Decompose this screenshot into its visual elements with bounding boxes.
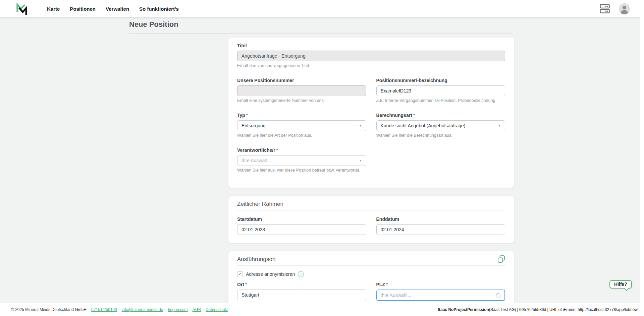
footer: © 2025 Mineral Minds Deutschland GmbH · …: [0, 303, 644, 316]
nav-item-positionen[interactable]: Positionen: [70, 6, 96, 12]
page-content: Neue Position Titel Erhält den von uns v…: [0, 17, 644, 303]
copyright-text: © 2025 Mineral Minds Deutschland GmbH: [11, 307, 87, 312]
verantwortliche-select[interactable]: Ihre Auswahl... ▼: [237, 155, 366, 166]
separator: ·: [119, 307, 120, 312]
zeitlicher-rahmen-heading: Zeitlicher Rahmen: [237, 201, 505, 207]
mm-monogram-icon: [15, 3, 28, 15]
unsere-positionsnummer-input[interactable]: [237, 85, 366, 96]
loading-spinner-icon: [496, 293, 501, 298]
footer-link-agb[interactable]: AGB: [193, 307, 201, 312]
field-positionsnummer: Positionsnummer/-bezeichnung Z.B. Intern…: [376, 78, 505, 103]
copy-icon[interactable]: [497, 255, 506, 264]
verantwortliche-help: Wählen Sie hier aus, wer diese Position …: [237, 168, 366, 173]
berechnungsart-label: Berechnungsart*: [376, 113, 505, 118]
person-icon: [619, 3, 630, 14]
anonymize-checkbox[interactable]: ✓: [237, 271, 243, 277]
titel-help: Erhält den von uns vorgegebenen Titel.: [237, 63, 505, 68]
startdatum-input[interactable]: [237, 224, 366, 235]
tenant-name: Saas NoProjectPermission: [438, 307, 489, 312]
field-berechnungsart: Berechnungsart* Kunde sucht Angebot (Ang…: [376, 113, 505, 138]
page-title: Neue Position: [129, 20, 178, 29]
berechnungsart-select-value: Kunde sucht Angebot (Angebotsanfrage): [381, 123, 466, 128]
berechnungsart-help: Wählen Sie hier die Berechnungsart aus.: [376, 133, 505, 138]
field-plz: PLZ*: [376, 282, 505, 301]
enddatum-label: Enddatum: [376, 216, 505, 222]
chevron-down-icon: ▼: [359, 124, 362, 127]
nav-item-karte[interactable]: Karte: [47, 6, 60, 12]
ort-label: Ort*: [237, 282, 366, 287]
server-stack-icon[interactable]: [600, 4, 610, 13]
separator: ·: [203, 307, 204, 312]
plz-label: PLZ*: [376, 282, 505, 287]
anonymize-row: ✓ Adresse anonymisieren i: [237, 271, 505, 277]
user-avatar[interactable]: [619, 3, 630, 14]
card-divider: [237, 265, 505, 266]
typ-select-value: Entsorgung: [241, 123, 266, 128]
typ-help: Wählen Sie hier die Art der Position aus…: [237, 133, 366, 138]
titel-label: Titel: [237, 43, 505, 48]
field-ort: Ort*: [237, 282, 366, 301]
berechnungsart-label-text: Berechnungsart: [376, 113, 412, 118]
environment-details: (Saas Test AG) | 69576255536d | URL of i…: [489, 307, 638, 312]
card-zeitlicher-rahmen: Zeitlicher Rahmen Startdatum Enddatum: [228, 196, 514, 243]
scrollbar-track[interactable]: [640, 17, 644, 303]
chevron-down-icon: ▼: [498, 124, 501, 127]
info-letter: i: [301, 272, 302, 276]
required-asterisk: *: [413, 113, 415, 118]
plz-label-text: PLZ: [376, 282, 385, 287]
verantwortliche-label: Verantwortliche/r*: [237, 147, 366, 153]
plz-select-focused[interactable]: [376, 290, 505, 301]
required-asterisk: *: [276, 147, 278, 152]
field-unsere-positionsnummer: Unsere Positionsnummer Erhält eine syste…: [237, 78, 366, 103]
help-button[interactable]: Hilfe?: [609, 280, 632, 289]
separator: ·: [165, 307, 166, 312]
main-nav: Karte Positionen Verwalten So funktionie…: [47, 0, 179, 17]
required-asterisk: *: [245, 282, 247, 287]
chevron-down-icon: ▼: [359, 159, 362, 162]
titel-input[interactable]: [237, 51, 505, 61]
enddatum-input[interactable]: [376, 224, 505, 235]
positionsnummer-help: Z.B. Interne-Vorgangsnummer, LV-Position…: [376, 98, 505, 103]
nav-item-so-funktionierts[interactable]: So funktioniert's: [139, 6, 179, 12]
typ-label-text: Typ: [237, 113, 245, 118]
footer-link-impressum[interactable]: Impressum: [168, 307, 187, 312]
footer-link-phone[interactable]: 07151/250100: [91, 307, 117, 312]
footer-environment-info: Saas NoProjectPermission (Saas Test AG) …: [438, 303, 638, 316]
card-ausfuehrungsort: Ausführungsort ✓ Adresse anonymisieren i…: [228, 251, 514, 303]
separator: ·: [88, 307, 90, 312]
navbar-right: [600, 0, 630, 17]
startdatum-label: Startdatum: [237, 216, 366, 222]
anonymize-label: Adresse anonymisieren: [246, 271, 295, 277]
typ-label: Typ*: [237, 113, 366, 118]
ort-input[interactable]: [237, 290, 366, 300]
nav-item-verwalten[interactable]: Verwalten: [106, 6, 129, 12]
verantwortliche-label-text: Verantwortliche/r: [237, 147, 275, 153]
field-startdatum: Startdatum: [237, 216, 366, 235]
card-general: Titel Erhält den von uns vorgegebenen Ti…: [228, 38, 514, 188]
unsere-positionsnummer-help: Erhält eine systemgenerierte Nummer von …: [237, 98, 366, 103]
separator: ·: [190, 307, 191, 312]
field-typ: Typ* Entsorgung ▼ Wählen Sie hier die Ar…: [237, 113, 366, 138]
field-enddatum: Enddatum: [376, 216, 505, 235]
card-divider: [237, 210, 505, 210]
berechnungsart-select[interactable]: Kunde sucht Angebot (Angebotsanfrage) ▼: [376, 120, 505, 131]
typ-select[interactable]: Entsorgung ▼: [237, 120, 366, 131]
info-icon[interactable]: i: [298, 271, 304, 277]
footer-link-email[interactable]: info@mineral-minds.de: [122, 307, 163, 312]
required-asterisk: *: [386, 282, 388, 287]
positionsnummer-label: Positionsnummer/-bezeichnung: [376, 78, 505, 83]
field-titel: Titel Erhält den von uns vorgegebenen Ti…: [237, 43, 505, 68]
brand-logo[interactable]: [15, 3, 28, 15]
footer-link-datenschutz[interactable]: Datenschutz: [206, 307, 228, 312]
unsere-positionsnummer-label: Unsere Positionsnummer: [237, 78, 366, 83]
page-title-divider: [129, 33, 511, 34]
ort-label-text: Ort: [237, 282, 244, 287]
required-asterisk: *: [246, 113, 248, 118]
navbar: Karte Positionen Verwalten So funktionie…: [0, 0, 644, 17]
check-icon: ✓: [238, 272, 241, 276]
footer-left: © 2025 Mineral Minds Deutschland GmbH · …: [11, 303, 228, 316]
positionsnummer-input[interactable]: [376, 85, 505, 96]
help-button-label: Hilfe?: [614, 281, 627, 287]
plz-input[interactable]: [381, 293, 496, 298]
field-verantwortliche: Verantwortliche/r* Ihre Auswahl... ▼ Wäh…: [237, 147, 366, 173]
